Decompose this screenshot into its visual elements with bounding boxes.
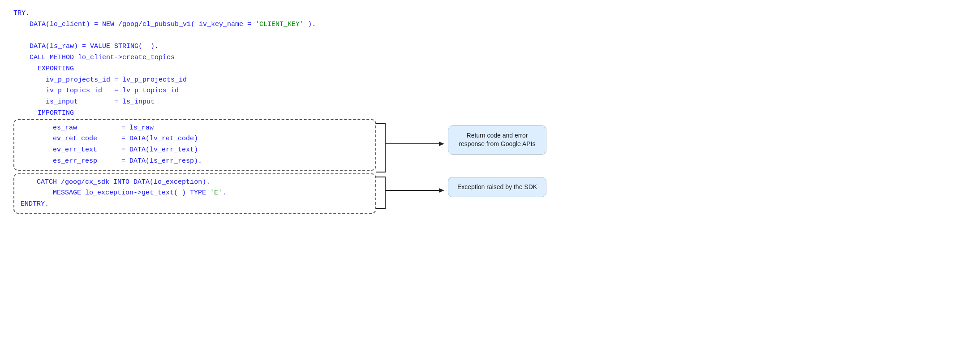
- code-line-iv-top: iv_p_topics_id = lv_p_topics_id: [13, 86, 399, 97]
- code-line-data-client: DATA(lo_client) = NEW /goog/cl_pubsub_v1…: [13, 19, 399, 30]
- annotation-box-2: Exception raised by the SDK: [448, 177, 546, 198]
- code-line-data-raw: DATA(ls_raw) = VALUE STRING( ).: [13, 41, 399, 52]
- keyword-data-err: DATA: [129, 146, 146, 154]
- keyword-data-catch: DATA: [133, 178, 150, 186]
- code-line-iv-proj: iv_p_projects_id = lv_p_projects_id: [13, 75, 399, 86]
- keyword-call: CALL METHOD: [30, 54, 74, 61]
- keyword-exporting: EXPORTING: [38, 65, 74, 73]
- annotation-text-1: Return code and error response from Goog…: [448, 125, 546, 155]
- code-line-blank1: [13, 30, 399, 42]
- code-line-catch: CATCH /goog/cx_sdk INTO DATA(lo_exceptio…: [21, 177, 369, 188]
- code-section: TRY. DATA(lo_client) = NEW /goog/cl_pubs…: [13, 8, 399, 214]
- code-ev-err-pre: ev_err_text =: [53, 146, 129, 154]
- code-es-err-pre: es_err_resp =: [53, 157, 129, 165]
- code-ev-ret-post: (lv_ret_code): [146, 135, 198, 142]
- annotation-box-1: Return code and error response from Goog…: [448, 125, 546, 155]
- code-line-ev-err: ev_err_text = DATA(lv_err_text): [21, 145, 369, 156]
- code-ev-err-post: (lv_err_text): [146, 146, 198, 154]
- code-line-ev-ret: ev_ret_code = DATA(lv_ret_code): [21, 134, 369, 145]
- keyword-data-ret: DATA: [129, 135, 146, 142]
- code-iv-proj: iv_p_projects_id = lv_p_projects_id: [46, 76, 187, 84]
- code-data-raw: DATA(ls_raw) = VALUE STRING( ).: [30, 43, 159, 50]
- code-es-err-post: (ls_err_resp).: [146, 157, 202, 165]
- keyword-importing: IMPORTING: [38, 109, 74, 117]
- main-container: TRY. DATA(lo_client) = NEW /goog/cl_pubs…: [0, 0, 980, 345]
- annotation-text-2: Exception raised by the SDK: [448, 177, 546, 198]
- code-type-body: [206, 189, 210, 197]
- string-e: 'E': [210, 189, 222, 197]
- keyword-data-err-resp: DATA: [129, 157, 146, 165]
- dashed-box-catch: CATCH /goog/cx_sdk INTO DATA(lo_exceptio…: [13, 173, 376, 214]
- code-message-end: .: [222, 189, 226, 197]
- keyword-into: INTO: [113, 178, 129, 186]
- code-line-is-input: is_input = ls_input: [13, 97, 399, 108]
- code-line-try: TRY.: [13, 8, 399, 19]
- code-catch-body: /goog/cx_sdk: [57, 178, 113, 186]
- code-is-input: is_input = ls_input: [46, 98, 155, 106]
- code-es-raw: es_raw = ls_raw: [53, 124, 154, 132]
- code-line-importing: IMPORTING: [13, 108, 399, 119]
- code-call-method-body: lo_client->create_topics: [74, 54, 175, 61]
- code-data-client: DATA(lo_client) = NEW /goog/cl_pubsub_v1…: [30, 21, 316, 28]
- code-message-body: lo_exception->get_text( ): [81, 189, 190, 197]
- code-line-endtry: ENDTRY.: [21, 199, 369, 210]
- keyword-type: TYPE: [190, 189, 206, 197]
- keyword-try: TRY.: [13, 9, 30, 17]
- code-line-call-method: CALL METHOD lo_client->create_topics: [13, 52, 399, 64]
- svg-marker-1: [439, 142, 444, 146]
- code-line-exporting: EXPORTING: [13, 64, 399, 75]
- dashed-box-imports: es_raw = ls_raw ev_ret_code = DATA(lv_re…: [13, 119, 376, 171]
- keyword-message: MESSAGE: [53, 189, 81, 197]
- code-line-es-err: es_err_resp = DATA(ls_err_resp).: [21, 156, 369, 167]
- svg-marker-3: [439, 188, 444, 193]
- code-catch-exception: (lo_exception).: [150, 178, 210, 186]
- keyword-catch: CATCH: [37, 178, 57, 186]
- code-iv-top: iv_p_topics_id = lv_p_topics_id: [46, 87, 179, 95]
- code-into-body: [129, 178, 133, 186]
- code-line-message: MESSAGE lo_exception->get_text( ) TYPE '…: [21, 188, 369, 199]
- keyword-endtry: ENDTRY.: [21, 200, 49, 208]
- code-ev-ret-pre: ev_ret_code =: [53, 135, 129, 142]
- code-line-es-raw: es_raw = ls_raw: [21, 123, 369, 134]
